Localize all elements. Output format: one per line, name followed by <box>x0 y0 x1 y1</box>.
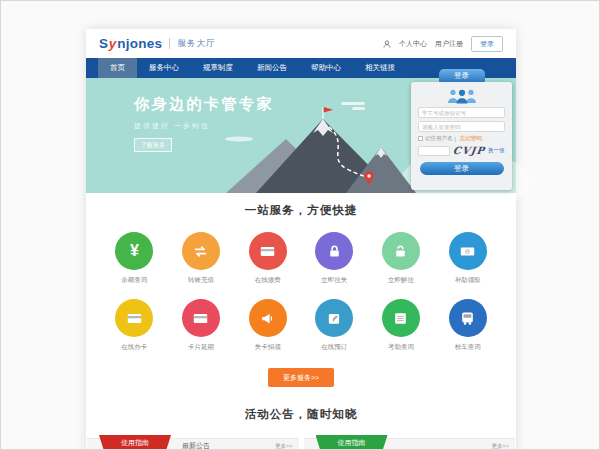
captcha-image[interactable]: CVJP <box>452 145 486 156</box>
logo-prefix: S <box>99 36 108 51</box>
service-item-school-bus[interactable]: 校车查询 <box>434 299 501 352</box>
lock-icon <box>315 232 353 270</box>
hero-text: 你身边的卡管专家 提供捷径 一步到位 了解更多 <box>134 95 274 152</box>
services-section: 一站服务，方便快捷 ¥ 余额查询 转账充值 在线缴费 <box>86 193 516 387</box>
forgot-password-link[interactable]: 忘记密码 <box>460 135 482 142</box>
left-panel: 使用指南 最新公告 更多>> <box>87 438 299 450</box>
service-item-transfer[interactable]: 转账充值 <box>168 232 235 285</box>
username-input[interactable] <box>418 107 505 118</box>
cloud-shape <box>341 102 365 105</box>
nav-item-links[interactable]: 相关链接 <box>353 58 407 78</box>
captcha-refresh-link[interactable]: 换一张 <box>488 147 505 154</box>
yen-icon: ¥ <box>115 232 153 270</box>
more-services-button[interactable]: 更多服务>> <box>268 368 334 387</box>
left-ribbon-tab[interactable]: 使用指南 <box>99 435 171 450</box>
unlock-icon <box>382 232 420 270</box>
service-grid: ¥ 余额查询 转账充值 在线缴费 <box>101 232 501 352</box>
site-header: Synjones 服务大厅 个人中心 用户注册 登录 <box>86 29 516 58</box>
service-item-card-renewal[interactable]: 卡片延期 <box>168 299 235 352</box>
profile-link[interactable]: 个人中心 <box>399 39 427 49</box>
nav-item-service-center[interactable]: 服务中心 <box>137 58 191 78</box>
hero-banner: 你身边的卡管专家 提供捷径 一步到位 了解更多 <box>86 78 516 193</box>
separator: | <box>455 136 456 142</box>
site-tagline: 服务大厅 <box>177 38 215 50</box>
banknote-icon: ¥ <box>449 232 487 270</box>
user-icon <box>383 40 391 48</box>
megaphone-icon <box>249 299 287 337</box>
login-tab[interactable]: 登录 <box>439 69 485 82</box>
remember-label: 记住用户名 <box>425 135 453 142</box>
attendance-list-icon <box>382 299 420 337</box>
hero-cta-button[interactable]: 了解更多 <box>134 138 172 152</box>
login-panel: 登录 记住用户名 | 忘记密码 <box>411 82 512 190</box>
password-input[interactable] <box>418 121 505 132</box>
right-panel-header: 使用指南 更多>> <box>304 438 516 450</box>
logo-suffix: njones <box>117 36 162 51</box>
service-item-attendance[interactable]: 考勤查询 <box>368 299 435 352</box>
site-mockup: Synjones 服务大厅 个人中心 用户注册 登录 首页 服务中心 规章制度 … <box>86 29 516 450</box>
bus-icon <box>449 299 487 337</box>
card-icon <box>115 299 153 337</box>
remember-checkbox[interactable] <box>418 136 423 141</box>
logo[interactable]: Synjones <box>99 36 162 51</box>
announcements-heading: 活动公告，随时知晓 <box>86 407 516 422</box>
service-item-lost-found[interactable]: 失卡招领 <box>234 299 301 352</box>
service-item-subsidy[interactable]: ¥ 补助领取 <box>434 232 501 285</box>
users-group-icon <box>445 88 479 104</box>
hero-subtitle: 提供捷径 一步到位 <box>134 121 274 131</box>
register-link[interactable]: 用户注册 <box>435 39 463 49</box>
service-item-balance[interactable]: ¥ 余额查询 <box>101 232 168 285</box>
service-item-online-booking[interactable]: 在线预订 <box>301 299 368 352</box>
service-item-apply-card[interactable]: 在线办卡 <box>101 299 168 352</box>
header-right: 个人中心 用户注册 登录 <box>383 36 503 52</box>
captcha-input[interactable] <box>418 146 450 156</box>
announcement-panels: 使用指南 最新公告 更多>> 使用指南 更多>> <box>86 438 516 450</box>
service-item-unlock[interactable]: 立即解挂 <box>368 232 435 285</box>
right-more-link[interactable]: 更多>> <box>492 439 509 450</box>
login-submit-button[interactable]: 登录 <box>420 162 504 175</box>
service-item-online-pay[interactable]: 在线缴费 <box>234 232 301 285</box>
hero-title: 你身边的卡管专家 <box>134 95 274 114</box>
card-icon <box>249 232 287 270</box>
edit-icon <box>315 299 353 337</box>
service-item-report-loss[interactable]: 立即挂失 <box>301 232 368 285</box>
captcha-row: CVJP 换一张 <box>418 145 505 156</box>
transfer-icon <box>182 232 220 270</box>
nav-item-news[interactable]: 新闻公告 <box>245 58 299 78</box>
nav-item-rules[interactable]: 规章制度 <box>191 58 245 78</box>
card-icon <box>182 299 220 337</box>
left-panel-header: 使用指南 最新公告 更多>> <box>87 438 299 450</box>
nav-item-help-center[interactable]: 帮助中心 <box>299 58 353 78</box>
latest-news-tab[interactable]: 最新公告 <box>182 439 210 450</box>
logo-accent: y <box>109 36 117 51</box>
right-panel: 使用指南 更多>> <box>304 438 516 450</box>
nav-item-home[interactable]: 首页 <box>98 58 137 78</box>
right-ribbon-tab[interactable]: 使用指南 <box>316 435 388 450</box>
header-login-button[interactable]: 登录 <box>471 36 503 52</box>
cloud-shape <box>352 107 365 110</box>
screenshot-canvas: Synjones 服务大厅 个人中心 用户注册 登录 首页 服务中心 规章制度 … <box>0 0 600 450</box>
remember-row: 记住用户名 | 忘记密码 <box>418 135 505 142</box>
left-more-link[interactable]: 更多>> <box>275 439 292 450</box>
logo-divider <box>169 38 170 49</box>
announcements-section: 活动公告，随时知晓 使用指南 最新公告 更多>> 使用指南 更多>> <box>86 407 516 450</box>
